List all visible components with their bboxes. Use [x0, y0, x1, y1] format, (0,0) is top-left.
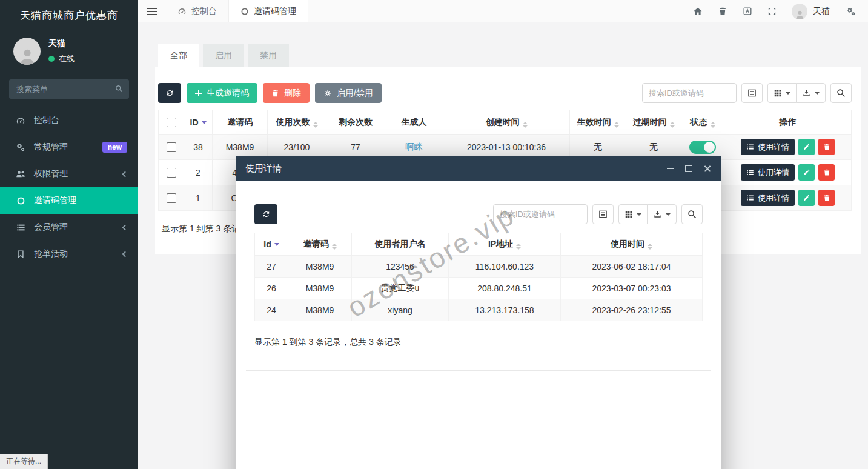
columns-button[interactable] [767, 83, 797, 103]
sidebar-item-label: 抢单活动 [34, 248, 68, 259]
sort-icon [313, 122, 318, 128]
cell-code: M38M9 [288, 299, 352, 321]
fullscreen-icon[interactable] [760, 7, 784, 16]
tab-invite-codes[interactable]: 邀请码管理 [228, 0, 308, 22]
sidebar-search [9, 79, 129, 99]
sidebar-item-label: 邀请码管理 [34, 195, 76, 206]
topbar-user-name[interactable]: 天猫 [813, 6, 830, 17]
modal-title: 使用详情 [245, 163, 282, 175]
usage-detail-button[interactable]: 使用详情 [741, 139, 795, 155]
translate-icon[interactable] [735, 7, 760, 16]
chevron-down-icon [666, 213, 671, 216]
enable-disable-button[interactable]: 启用/禁用 [315, 83, 382, 103]
cell-id: 27 [255, 256, 288, 278]
modal-search-input[interactable] [493, 204, 588, 224]
col-id[interactable]: ID [184, 110, 213, 135]
topbar-avatar[interactable] [792, 4, 807, 19]
columns-button[interactable] [618, 204, 648, 224]
status-toggle[interactable] [689, 141, 716, 154]
sidebar-item-permissions[interactable]: 权限管理 [0, 161, 138, 187]
modal-header[interactable]: 使用详情 [236, 156, 721, 181]
pencil-icon [803, 143, 810, 151]
filter-tab-disabled[interactable]: 禁用 [248, 44, 289, 67]
col-expired[interactable]: 过期时间 [626, 110, 681, 135]
chevron-left-icon [122, 224, 128, 230]
menu-search-input[interactable] [9, 79, 129, 99]
sidebar-item-label: 会员管理 [34, 222, 68, 233]
col-used[interactable]: 使用次数 [268, 110, 326, 135]
col-id[interactable]: Id [255, 233, 288, 256]
col-time[interactable]: 使用时间 [561, 233, 703, 256]
col-code[interactable]: 邀请码 [288, 233, 352, 256]
detail-view-button[interactable] [741, 83, 763, 103]
sidebar-item-grab-orders[interactable]: 抢单活动 [0, 241, 138, 267]
delete-row-button[interactable] [818, 164, 835, 181]
cell-username: 贵党工委u [352, 278, 449, 299]
sidebar-item-invite-codes[interactable]: 邀请码管理 [0, 187, 138, 214]
refresh-button[interactable] [158, 83, 181, 103]
chevron-left-icon [122, 171, 128, 177]
row-checkbox[interactable] [167, 193, 176, 203]
export-icon [802, 88, 811, 98]
table-search [642, 83, 737, 103]
export-icon [653, 210, 662, 219]
col-username: 使用者用户名 [352, 233, 449, 256]
maximize-icon[interactable] [684, 164, 693, 173]
refresh-button[interactable] [254, 204, 277, 224]
filter-tab-all[interactable]: 全部 [158, 44, 199, 67]
trash-icon [823, 143, 830, 151]
modal-view-group [618, 204, 677, 224]
row-checkbox[interactable] [167, 168, 176, 178]
export-button[interactable] [647, 204, 677, 224]
creator-link[interactable]: 啊眯 [406, 142, 423, 151]
detail-view-button[interactable] [592, 204, 614, 224]
sidebar-item-console[interactable]: 控制台 [0, 107, 138, 134]
cell-time: 2023-02-26 23:12:55 [561, 299, 703, 321]
cell-code: M38M9 [288, 256, 352, 278]
export-button[interactable] [796, 83, 826, 103]
col-status[interactable]: 状态 [681, 110, 724, 135]
search-button[interactable] [681, 204, 703, 224]
col-ip[interactable]: IP地址 [449, 233, 561, 256]
select-all-checkbox[interactable] [167, 118, 176, 127]
chevron-down-icon [786, 92, 790, 95]
generate-code-button[interactable]: 生成邀请码 [187, 83, 257, 103]
sort-icon [711, 122, 715, 128]
sidebar-item-general[interactable]: 常规管理 new [0, 134, 138, 161]
topbar-tabs: 控制台 邀请码管理 [166, 0, 308, 22]
delete-row-button[interactable] [818, 139, 835, 155]
sidebar-toggle-icon[interactable] [138, 0, 166, 22]
col-effective[interactable]: 生效时间 [570, 110, 626, 135]
table-search-input[interactable] [642, 83, 737, 103]
edit-button[interactable] [798, 164, 815, 181]
search-button[interactable] [830, 83, 852, 103]
delete-button[interactable]: 删除 [263, 83, 310, 103]
cell-ip: 13.213.173.158 [449, 299, 561, 321]
minimize-icon[interactable] [666, 164, 674, 173]
cell-time: 2023-03-07 00:23:03 [561, 278, 703, 299]
trash-icon[interactable] [710, 7, 735, 16]
edit-button[interactable] [798, 190, 815, 206]
cell-time: 2023-06-02 18:17:04 [561, 256, 703, 278]
row-select-cell [159, 135, 184, 160]
table-header-row: ID 邀请码 使用次数 剩余次数 生成人 创建时间 生效时间 过期时间 状态 操… [159, 110, 852, 135]
col-created[interactable]: 创建时间 [443, 110, 570, 135]
usage-table: Id 邀请码 使用者用户名 IP地址 使用时间 27 M38M9 123456 … [254, 233, 703, 321]
usage-detail-button[interactable]: 使用详情 [741, 164, 795, 181]
search-icon[interactable] [115, 84, 123, 95]
close-icon[interactable] [703, 164, 712, 173]
trash-icon [823, 168, 830, 176]
cell-code: M38M9 [288, 278, 352, 299]
delete-row-button[interactable] [818, 190, 835, 206]
row-checkbox[interactable] [167, 142, 176, 152]
topbar-actions: 天猫 [685, 0, 868, 22]
gear-icon[interactable] [838, 7, 863, 16]
tab-console[interactable]: 控制台 [166, 0, 228, 22]
home-icon[interactable] [685, 7, 710, 16]
usage-detail-button[interactable]: 使用详情 [741, 190, 795, 206]
window-controls [666, 164, 712, 173]
edit-button[interactable] [798, 139, 815, 155]
plus-icon [195, 90, 202, 96]
filter-tab-enabled[interactable]: 启用 [203, 44, 244, 67]
sidebar-item-members[interactable]: 会员管理 [0, 214, 138, 241]
